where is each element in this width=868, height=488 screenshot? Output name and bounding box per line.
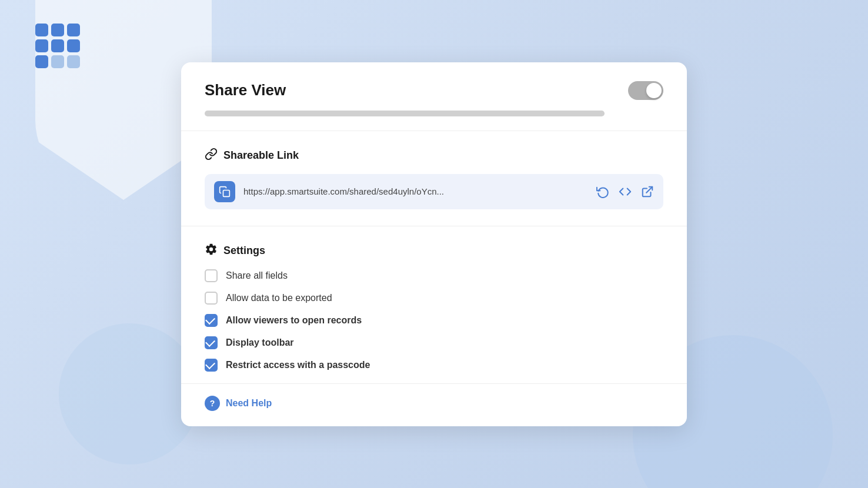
logo-dot-1	[35, 24, 48, 36]
logo-dot-5	[51, 39, 64, 52]
logo-dot-8	[51, 55, 64, 68]
checkbox-label-allow-open-records: Allow viewers to open records	[226, 315, 362, 326]
checkbox-label-allow-export: Allow data to be exported	[226, 293, 332, 303]
checkbox-share-all-fields[interactable]	[205, 269, 218, 282]
shareable-link-label: Shareable Link	[223, 149, 299, 162]
help-icon: ?	[205, 396, 220, 411]
checkbox-display-toolbar[interactable]	[205, 336, 218, 349]
shareable-link-section: Shareable Link https://app.smartsuite.co…	[181, 131, 687, 226]
logo-dot-4	[35, 39, 48, 52]
checkbox-allow-export[interactable]	[205, 292, 218, 305]
embed-link-button[interactable]	[619, 185, 632, 198]
open-link-button[interactable]	[641, 185, 654, 198]
link-chain-icon	[205, 148, 218, 163]
logo-dot-6	[67, 39, 80, 52]
logo-dot-9	[67, 55, 80, 68]
header-row: Share View	[205, 81, 663, 100]
link-actions	[596, 185, 654, 198]
checkbox-item-allow-export[interactable]: Allow data to be exported	[205, 292, 663, 305]
link-box: https://app.smartsuite.com/shared/sed4uy…	[205, 174, 663, 209]
copy-link-button[interactable]	[214, 181, 235, 202]
settings-label: Settings	[223, 245, 265, 257]
checkbox-item-restrict-passcode[interactable]: Restrict access with a passcode	[205, 359, 663, 372]
app-logo	[35, 24, 80, 68]
checkbox-restrict-passcode[interactable]	[205, 359, 218, 372]
checkbox-item-share-all-fields[interactable]: Share all fields	[205, 269, 663, 282]
svg-rect-0	[223, 190, 230, 196]
settings-heading: Settings	[205, 243, 663, 259]
share-view-card: Share View Shareable Link https://app.	[181, 62, 687, 426]
logo-dot-7	[35, 55, 48, 68]
url-bar-placeholder	[205, 111, 605, 116]
checkbox-allow-open-records[interactable]	[205, 314, 218, 327]
shareable-url-text: https://app.smartsuite.com/shared/sed4uy…	[243, 186, 588, 196]
checkbox-label-restrict-passcode: Restrict access with a passcode	[226, 360, 370, 370]
refresh-link-button[interactable]	[596, 185, 609, 198]
logo-dot-2	[51, 24, 64, 36]
svg-line-1	[646, 186, 652, 192]
share-view-title: Share View	[205, 81, 286, 99]
bg-shape-circle-left	[59, 323, 200, 464]
checkbox-label-share-all-fields: Share all fields	[226, 270, 288, 281]
help-section: ? Need Help	[181, 384, 687, 426]
card-header: Share View	[181, 62, 687, 131]
settings-checkbox-list: Share all fields Allow data to be export…	[205, 269, 663, 372]
checkbox-item-allow-open-records[interactable]: Allow viewers to open records	[205, 314, 663, 327]
checkbox-item-display-toolbar[interactable]: Display toolbar	[205, 336, 663, 349]
logo-dot-3	[67, 24, 80, 36]
settings-section: Settings Share all fields Allow data to …	[181, 226, 687, 384]
shareable-link-heading: Shareable Link	[205, 148, 663, 163]
gear-icon	[205, 243, 218, 259]
checkbox-label-display-toolbar: Display toolbar	[226, 337, 294, 348]
need-help-link[interactable]: Need Help	[226, 398, 272, 409]
share-view-toggle[interactable]	[628, 81, 663, 100]
